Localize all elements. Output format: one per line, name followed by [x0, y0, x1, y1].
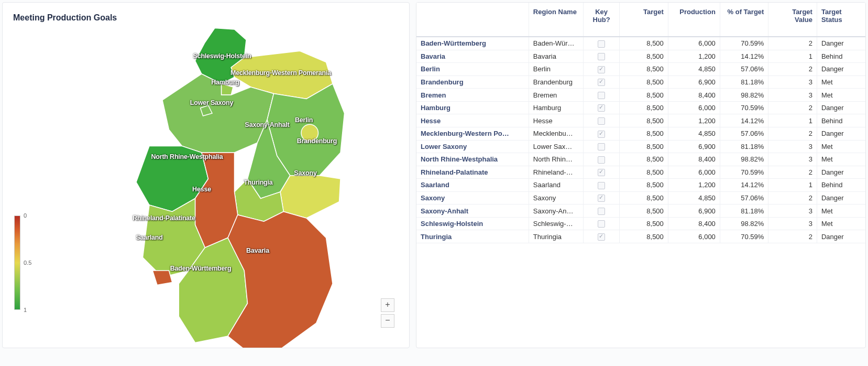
table-row[interactable]: BavariaBavaria8,5001,20014.12%1Behind: [416, 50, 865, 63]
state-berlin[interactable]: [301, 124, 318, 142]
cell-hub: [583, 114, 619, 127]
legend-gradient: [14, 216, 20, 310]
cell-hub: [583, 50, 619, 63]
table-row[interactable]: Mecklenburg-Western Po…Mecklenbu…8,5004,…: [416, 127, 865, 140]
table-row[interactable]: SaarlandSaarland8,5001,20014.12%1Behind: [416, 179, 865, 192]
cell-hub: [583, 127, 619, 140]
cell-status: Behind: [817, 50, 865, 63]
cell-status: Danger: [817, 191, 865, 204]
cell-production: 4,850: [668, 63, 720, 76]
cell-region: Brandenburg: [529, 76, 583, 89]
cell-hub: [583, 230, 619, 243]
checkbox-icon: [598, 53, 605, 60]
cell-pct: 98.82%: [720, 89, 768, 102]
cell-tv: 3: [768, 89, 817, 102]
cell-target: 8,500: [620, 153, 668, 166]
table-body: Baden-WürttembergBaden-Wür…8,5006,00070.…: [416, 37, 865, 243]
checkbox-icon: [598, 117, 605, 125]
table-row[interactable]: Baden-WürttembergBaden-Wür…8,5006,00070.…: [416, 37, 865, 50]
table-row[interactable]: HesseHesse8,5001,20014.12%1Behind: [416, 114, 865, 127]
col-blank[interactable]: [416, 3, 529, 37]
legend-tick: 0: [24, 212, 27, 219]
cell-pct: 81.18%: [720, 76, 768, 89]
cell-tv: 3: [768, 217, 817, 230]
cell-tv: 3: [768, 204, 817, 218]
cell-region: Saarland: [529, 179, 583, 192]
cell-tv: 2: [768, 63, 817, 76]
cell-target: 8,500: [620, 140, 668, 153]
map-area[interactable]: Schleswig-HolsteinMecklenburg-Western Po…: [13, 27, 399, 331]
germany-map[interactable]: [97, 21, 359, 348]
cell-target: 8,500: [620, 89, 668, 102]
cell-region: Mecklenbu…: [529, 127, 583, 140]
cell-hub: [583, 191, 619, 204]
row-label: Lower Saxony: [416, 140, 529, 153]
state-saarland[interactable]: [152, 271, 172, 285]
checkbox-icon: [598, 220, 605, 228]
cell-region: Berlin: [529, 63, 583, 76]
cell-production: 8,400: [668, 89, 720, 102]
checkbox-icon: [598, 233, 605, 241]
table-row[interactable]: BremenBremen8,5008,40098.82%3Met: [416, 89, 865, 102]
cell-tv: 2: [768, 166, 817, 179]
table-row[interactable]: BerlinBerlin8,5004,85057.06%2Danger: [416, 63, 865, 76]
cell-hub: [583, 76, 619, 89]
cell-pct: 81.18%: [720, 140, 768, 153]
table-row[interactable]: Schleswig-HolsteinSchleswig-…8,5008,4009…: [416, 217, 865, 230]
col-region-name[interactable]: Region Name: [529, 3, 583, 37]
cell-region: North Rhin…: [529, 153, 583, 166]
legend-tick: 1: [24, 307, 27, 313]
col-target-value[interactable]: Target Value: [768, 3, 817, 37]
row-label: Bremen: [416, 89, 529, 102]
table-row[interactable]: SaxonySaxony8,5004,85057.06%2Danger: [416, 191, 865, 204]
cell-pct: 14.12%: [720, 179, 768, 192]
cell-region: Bremen: [529, 89, 583, 102]
col-key-hub[interactable]: Key Hub?: [583, 3, 619, 37]
table-row[interactable]: Rhineland-PalatinateRhineland-…8,5006,00…: [416, 166, 865, 179]
col-target-status[interactable]: Target Status: [817, 3, 865, 37]
map-panel: Meeting Production Goals: [2, 2, 410, 348]
cell-target: 8,500: [620, 191, 668, 204]
checkbox-icon: [598, 182, 605, 189]
row-label: Saxony: [416, 191, 529, 204]
cell-status: Danger: [817, 37, 865, 50]
cell-hub: [583, 101, 619, 114]
cell-status: Met: [817, 153, 865, 166]
row-label: Berlin: [416, 63, 529, 76]
cell-pct: 57.06%: [720, 63, 768, 76]
row-label: Schleswig-Holstein: [416, 217, 529, 230]
cell-region: Saxony: [529, 191, 583, 204]
cell-production: 6,900: [668, 140, 720, 153]
cell-target: 8,500: [620, 114, 668, 127]
table-row[interactable]: ThuringiaThuringia8,5006,00070.59%2Dange…: [416, 230, 865, 243]
row-label: Bavaria: [416, 50, 529, 63]
cell-production: 8,400: [668, 217, 720, 230]
table-row[interactable]: Lower SaxonyLower Sax…8,5006,90081.18%3M…: [416, 140, 865, 153]
checkbox-icon: [598, 169, 605, 176]
table-row[interactable]: North Rhine-WestphaliaNorth Rhin…8,5008,…: [416, 153, 865, 166]
legend-tick: 0.5: [24, 260, 31, 266]
table-row[interactable]: HamburgHamburg8,5006,00070.59%2Danger: [416, 101, 865, 114]
cell-target: 8,500: [620, 101, 668, 114]
cell-status: Met: [817, 89, 865, 102]
checkbox-icon: [598, 66, 605, 73]
cell-target: 8,500: [620, 230, 668, 243]
table-row[interactable]: Saxony-AnhaltSaxony-An…8,5006,90081.18%3…: [416, 204, 865, 218]
cell-production: 6,000: [668, 101, 720, 114]
zoom-out-button[interactable]: −: [381, 314, 394, 328]
cell-pct: 98.82%: [720, 217, 768, 230]
checkbox-icon: [598, 156, 605, 164]
state-hamburg[interactable]: [222, 84, 234, 95]
zoom-in-button[interactable]: +: [381, 298, 394, 312]
cell-pct: 57.06%: [720, 191, 768, 204]
cell-region: Bavaria: [529, 50, 583, 63]
table-row[interactable]: BrandenburgBrandenburg8,5006,90081.18%3M…: [416, 76, 865, 89]
col-production[interactable]: Production: [668, 3, 720, 37]
cell-region: Lower Sax…: [529, 140, 583, 153]
col-target[interactable]: Target: [620, 3, 668, 37]
state-saxony[interactable]: [280, 176, 340, 218]
checkbox-icon: [598, 40, 605, 48]
cell-tv: 3: [768, 140, 817, 153]
zoom-controls: + −: [381, 298, 394, 328]
col-pct-target[interactable]: % of Target: [720, 3, 768, 37]
